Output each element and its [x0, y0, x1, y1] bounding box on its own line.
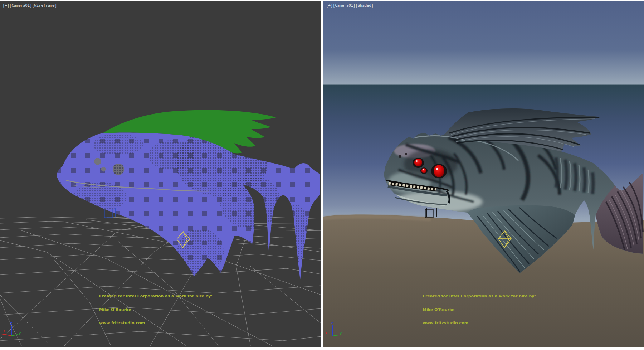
- viewport-frame: [+][Camera01][Wireframe]: [0, 0, 644, 350]
- watermark-text: Created for Intel Corporation as a work …: [423, 285, 536, 335]
- axis-x-label: x: [325, 331, 327, 335]
- viewport-left[interactable]: [+][Camera01][Wireframe]: [0, 1, 321, 347]
- viewport-label-left[interactable]: [+][Camera01][Wireframe]: [3, 3, 57, 8]
- axis-y-label: y: [340, 331, 342, 335]
- fish-wireframe-body[interactable]: [57, 128, 320, 280]
- viewport-label-right[interactable]: [+][Camera01][Shaded]: [326, 3, 374, 8]
- axis-x-label: x: [3, 329, 5, 333]
- axis-y-label: y: [19, 331, 21, 335]
- watermark-text: Created for Intel Corporation as a work …: [99, 285, 213, 335]
- eye-small-upper: [414, 159, 422, 166]
- axis-z-label: z: [331, 321, 333, 325]
- eye-small-lower: [421, 168, 426, 173]
- axis-z-label: z: [10, 321, 12, 325]
- viewport-right[interactable]: [+][Camera01][Shaded]: [323, 1, 644, 347]
- eye-large: [434, 165, 444, 177]
- axis-tripod: z x y: [1, 321, 21, 336]
